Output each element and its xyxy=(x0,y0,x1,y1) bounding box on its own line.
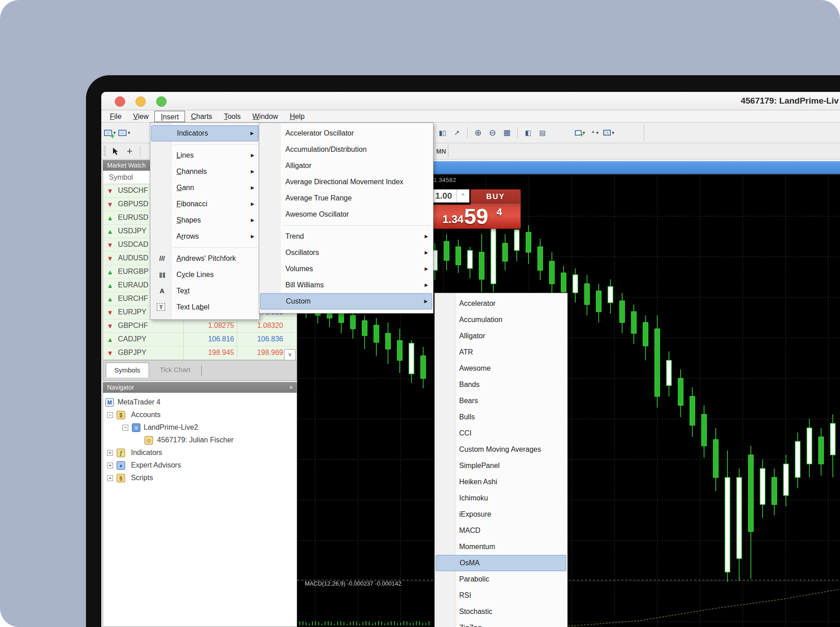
indicators-menu-item-alligator[interactable]: Alligator xyxy=(260,158,432,174)
menu-item-label: Bulls xyxy=(459,409,475,425)
insert-menu-item-channels[interactable]: Channels▶ xyxy=(151,164,258,180)
custom-menu-item-momentum[interactable]: Momentum xyxy=(436,539,566,555)
navigator-item-indicators[interactable]: +ƒIndicators xyxy=(103,447,297,459)
profiles-button[interactable]: ▼ xyxy=(118,126,131,140)
indicators-menu-item-awesome-oscillator[interactable]: Awesome Oscillator xyxy=(260,206,432,223)
navigator-item-landprime-live2[interactable]: −≡LandPrime-Live2 xyxy=(103,422,297,434)
custom-menu-item-iexposure[interactable]: iExposure xyxy=(436,506,566,522)
market-watch-row-gbpjpy[interactable]: ▼GBPJPY198.945198.969 xyxy=(103,346,297,360)
custom-menu-item-stochastic[interactable]: Stochastic xyxy=(436,604,566,620)
zoom-in-icon[interactable]: ⊕ xyxy=(472,126,484,140)
indicators-icon: ƒ xyxy=(117,449,125,457)
custom-menu-item-awesome[interactable]: Awesome xyxy=(436,360,566,377)
tab-symbols[interactable]: Symbols xyxy=(106,363,149,377)
volume-spinner-up-icon[interactable]: ^ xyxy=(456,190,469,202)
insert-menu-item-shapes[interactable]: Shapes▶ xyxy=(151,212,258,228)
expand-icon[interactable]: + xyxy=(107,450,113,456)
indicators-menu-item-accumulation-distribution[interactable]: Accumulation/Distribution xyxy=(260,141,432,158)
menubar-item-charts[interactable]: Charts xyxy=(185,111,218,122)
text-label-icon: T xyxy=(157,303,165,311)
expand-icon[interactable]: + xyxy=(107,463,113,468)
indicators-dropdown-button[interactable]: + ▼ xyxy=(574,126,587,140)
menubar-item-insert[interactable]: Insert xyxy=(154,111,185,122)
menu-item-label: Momentum xyxy=(459,539,495,555)
insert-menu-item-andrews-pitchfork[interactable]: ///Andrews' Pitchfork xyxy=(151,250,258,267)
period-mn-button[interactable]: MN xyxy=(434,146,448,156)
toolbar-grip[interactable] xyxy=(104,146,106,157)
indicators-menu-item-volumes[interactable]: Volumes▶ xyxy=(260,261,432,277)
indicators-menu-item-bill-williams[interactable]: Bill Williams▶ xyxy=(260,277,432,293)
tab-tick-chart[interactable]: Tick Chart xyxy=(152,363,199,377)
navigator-item-metatrader-4[interactable]: MMetaTrader 4 xyxy=(103,396,297,409)
custom-menu-item-simplepanel[interactable]: SimplePanel xyxy=(436,458,566,474)
insert-menu-item-text-label[interactable]: TText Label xyxy=(151,299,258,315)
insert-menu-item-text[interactable]: AText xyxy=(151,283,258,299)
expand-icon[interactable]: + xyxy=(107,475,113,481)
menubar-item-window[interactable]: Window xyxy=(247,111,284,122)
chart-shift-icon[interactable]: ▤ xyxy=(536,126,549,140)
minimize-traffic-light-icon[interactable] xyxy=(135,96,146,107)
insert-menu-item-fibonacci[interactable]: Fibonacci▶ xyxy=(151,196,258,212)
custom-menu-item-custom-moving-averages[interactable]: Custom Moving Averages xyxy=(436,441,566,458)
custom-menu-item-bands[interactable]: Bands xyxy=(436,377,566,393)
menubar-item-file[interactable]: File xyxy=(104,111,127,122)
navigator-item-expert-advisors[interactable]: +♦Expert Advisors xyxy=(103,459,297,472)
menubar-item-help[interactable]: Help xyxy=(284,111,311,122)
buy-button[interactable]: BUY xyxy=(470,189,521,204)
close-icon[interactable]: × xyxy=(289,382,293,392)
navigator-header[interactable]: Navigator × xyxy=(103,382,297,393)
market-watch-scroll-button[interactable]: ∨ xyxy=(284,349,296,360)
collapse-icon[interactable]: − xyxy=(107,412,113,418)
navigator-item-4567179-julian-fischer[interactable]: ☺4567179: Julian Fischer xyxy=(103,434,297,447)
market-watch-row-cadjpy[interactable]: ▲CADJPY106.816106.836 xyxy=(103,333,297,346)
indicators-menu-item-accelerator-oscillator[interactable]: Accelerator Oscillator xyxy=(260,125,432,141)
custom-menu-item-heiken-ashi[interactable]: Heiken Ashi xyxy=(436,474,566,490)
custom-menu-item-osma[interactable]: OsMA xyxy=(436,555,566,571)
crosshair-tool-button[interactable]: + xyxy=(123,145,136,158)
custom-menu-item-zigzag[interactable]: ZigZag xyxy=(436,620,566,627)
periods-dropdown-button[interactable]: ◔ ▼ xyxy=(588,126,601,140)
close-traffic-light-icon[interactable] xyxy=(115,96,125,107)
insert-menu-item-arrows[interactable]: Arrows▶ xyxy=(151,228,258,245)
custom-menu-item-accelerator[interactable]: Accelerator xyxy=(436,295,566,312)
custom-menu-item-bears[interactable]: Bears xyxy=(436,393,566,409)
tile-windows-icon[interactable]: ▦ xyxy=(501,126,513,140)
cursor-tool-button[interactable] xyxy=(109,145,122,158)
auto-scroll-icon[interactable]: ◧ xyxy=(522,126,534,140)
custom-menu-item-ichimoku[interactable]: Ichimoku xyxy=(436,490,566,506)
navigator-item-accounts[interactable]: −$Accounts xyxy=(103,409,297,422)
candlestick-mode-icon[interactable]: ▮▯ xyxy=(436,126,449,140)
new-chart-button[interactable]: + ▼ xyxy=(104,126,117,140)
custom-menu-item-macd[interactable]: MACD xyxy=(436,522,566,539)
title-bar[interactable]: 4567179: LandPrime-Liv xyxy=(101,92,840,110)
custom-menu-item-cci[interactable]: CCI xyxy=(436,425,566,441)
market-watch-row-gbpchf[interactable]: ▼GBPCHF1.082751.08320 xyxy=(103,319,297,333)
templates-dropdown-button[interactable]: ▼ xyxy=(603,126,615,140)
custom-menu-item-atr[interactable]: ATR xyxy=(436,344,566,360)
indicators-menu-item-custom[interactable]: Custom▶ xyxy=(260,293,432,309)
custom-menu-item-bulls[interactable]: Bulls xyxy=(436,409,566,425)
custom-menu-item-rsi[interactable]: RSI xyxy=(436,587,566,604)
indicators-menu-item-average-directional-movement-index[interactable]: Average Directional Movement Index xyxy=(260,174,432,190)
buy-price-panel[interactable]: 1.34 59 4 xyxy=(419,204,521,229)
custom-menu-item-parabolic[interactable]: Parabolic xyxy=(436,571,566,587)
insert-menu-item-indicators[interactable]: Indicators▶ xyxy=(151,125,258,141)
indicators-menu-item-trend[interactable]: Trend▶ xyxy=(260,228,432,245)
indicators-menu-item-average-true-range[interactable]: Average True Range xyxy=(260,190,432,206)
symbol-label: EURUSD xyxy=(118,214,149,222)
collapse-icon[interactable]: − xyxy=(122,425,128,431)
indicators-menu-item-oscillators[interactable]: Oscillators▶ xyxy=(260,245,432,261)
insert-menu-item-cycle-lines[interactable]: ||:||Cycle Lines xyxy=(151,267,258,283)
insert-menu-item-gann[interactable]: Gann▶ xyxy=(151,180,258,196)
symbol-label: GBPJPY xyxy=(118,349,146,357)
insert-menu-item-lines[interactable]: Lines▶ xyxy=(151,147,258,164)
zoom-traffic-light-icon[interactable] xyxy=(156,96,167,107)
custom-menu-item-accumulation[interactable]: Accumulation xyxy=(436,312,566,328)
menubar-item-view[interactable]: View xyxy=(127,111,154,122)
line-chart-mode-icon[interactable]: ↗ xyxy=(451,126,463,140)
menubar-item-tools[interactable]: Tools xyxy=(218,111,246,122)
down-arrow-icon: ▼ xyxy=(107,350,113,357)
navigator-item-scripts[interactable]: +§Scripts xyxy=(103,472,297,485)
custom-menu-item-alligator[interactable]: Alligator xyxy=(436,328,566,344)
zoom-out-icon[interactable]: ⊖ xyxy=(486,126,499,140)
